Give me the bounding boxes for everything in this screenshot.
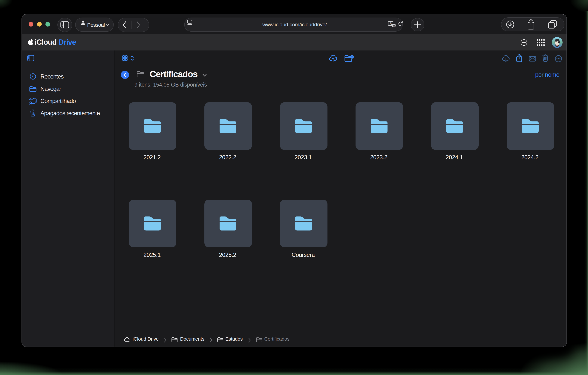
svg-text:A: A [389,22,392,25]
svg-text:☆: ☆ [393,24,395,27]
